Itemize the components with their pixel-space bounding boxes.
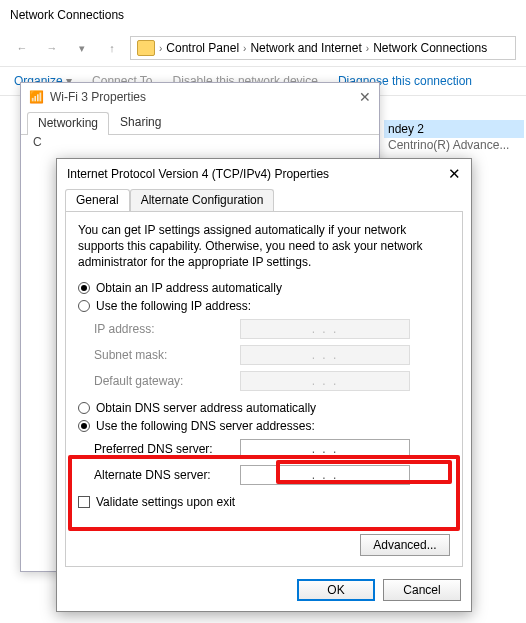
- radio-dns-manual[interactable]: Use the following DNS server addresses:: [78, 419, 450, 433]
- label-ip-address: IP address:: [94, 322, 240, 336]
- radio-ip-manual[interactable]: Use the following IP address:: [78, 299, 450, 313]
- close-icon[interactable]: ✕: [448, 165, 461, 183]
- label-alt-dns: Alternate DNS server:: [94, 468, 240, 482]
- label-subnet: Subnet mask:: [94, 348, 240, 362]
- forward-button[interactable]: [40, 36, 64, 60]
- checkbox-icon: [78, 496, 90, 508]
- advanced-button[interactable]: Advanced...: [360, 534, 450, 556]
- tab-networking[interactable]: Networking: [27, 112, 109, 135]
- breadcrumb[interactable]: › Control Panel › Network and Internet ›…: [130, 36, 516, 60]
- tab-sharing[interactable]: Sharing: [109, 111, 172, 134]
- checkbox-label: Validate settings upon exit: [96, 495, 235, 509]
- breadcrumb-item[interactable]: Network Connections: [373, 41, 487, 55]
- connection-list-item[interactable]: ndey 2 Centrino(R) Advance...: [384, 120, 524, 152]
- radio-icon: [78, 402, 90, 414]
- input-pref-dns[interactable]: . . .: [240, 439, 410, 459]
- connection-name: ndey 2: [384, 120, 524, 138]
- chevron-right-icon: ›: [366, 43, 369, 54]
- input-gateway: . . .: [240, 371, 410, 391]
- wifi-icon: [29, 90, 50, 104]
- wifi-dialog-title: Wi-Fi 3 Properties: [50, 90, 146, 104]
- back-button[interactable]: [10, 36, 34, 60]
- ok-button[interactable]: OK: [297, 579, 375, 601]
- ipv4-titlebar: Internet Protocol Version 4 (TCP/IPv4) P…: [57, 159, 471, 189]
- dialog-buttons: OK Cancel: [297, 579, 461, 601]
- input-alt-dns[interactable]: . . .: [240, 465, 410, 485]
- radio-icon: [78, 420, 90, 432]
- radio-label: Obtain an IP address automatically: [96, 281, 282, 295]
- checkbox-validate[interactable]: Validate settings upon exit: [78, 495, 450, 509]
- wifi-tabs: Networking Sharing: [21, 111, 379, 135]
- label-pref-dns: Preferred DNS server:: [94, 442, 240, 456]
- folder-icon: [137, 40, 155, 56]
- ipv4-properties-dialog: Internet Protocol Version 4 (TCP/IPv4) P…: [56, 158, 472, 612]
- breadcrumb-item[interactable]: Control Panel: [166, 41, 239, 55]
- ipv4-description: You can get IP settings assigned automat…: [78, 222, 450, 271]
- input-ip-address: . . .: [240, 319, 410, 339]
- radio-icon: [78, 282, 90, 294]
- close-icon[interactable]: ✕: [359, 89, 371, 105]
- radio-ip-auto[interactable]: Obtain an IP address automatically: [78, 281, 450, 295]
- input-subnet: . . .: [240, 345, 410, 365]
- explorer-nav: › Control Panel › Network and Internet ›…: [0, 30, 526, 66]
- radio-label: Use the following DNS server addresses:: [96, 419, 315, 433]
- breadcrumb-item[interactable]: Network and Internet: [250, 41, 361, 55]
- tab-alt[interactable]: Alternate Configuration: [130, 189, 275, 211]
- history-dropdown[interactable]: [70, 36, 94, 60]
- tab-general[interactable]: General: [65, 189, 130, 211]
- radio-label: Obtain DNS server address automatically: [96, 401, 316, 415]
- chevron-right-icon: ›: [243, 43, 246, 54]
- connection-device: Centrino(R) Advance...: [384, 138, 524, 152]
- cancel-button[interactable]: Cancel: [383, 579, 461, 601]
- radio-dns-auto[interactable]: Obtain DNS server address automatically: [78, 401, 450, 415]
- explorer-title: Network Connections: [0, 0, 526, 30]
- ipv4-panel: You can get IP settings assigned automat…: [65, 211, 463, 567]
- wifi-titlebar: Wi-Fi 3 Properties ✕: [21, 83, 379, 111]
- ipv4-dialog-title: Internet Protocol Version 4 (TCP/IPv4) P…: [67, 167, 329, 181]
- radio-label: Use the following IP address:: [96, 299, 251, 313]
- wifi-text-fragment: C: [33, 135, 42, 149]
- ipv4-tabs: General Alternate Configuration: [57, 189, 471, 211]
- up-button[interactable]: [100, 36, 124, 60]
- window-title: Network Connections: [10, 8, 124, 22]
- label-gateway: Default gateway:: [94, 374, 240, 388]
- chevron-right-icon: ›: [159, 43, 162, 54]
- radio-icon: [78, 300, 90, 312]
